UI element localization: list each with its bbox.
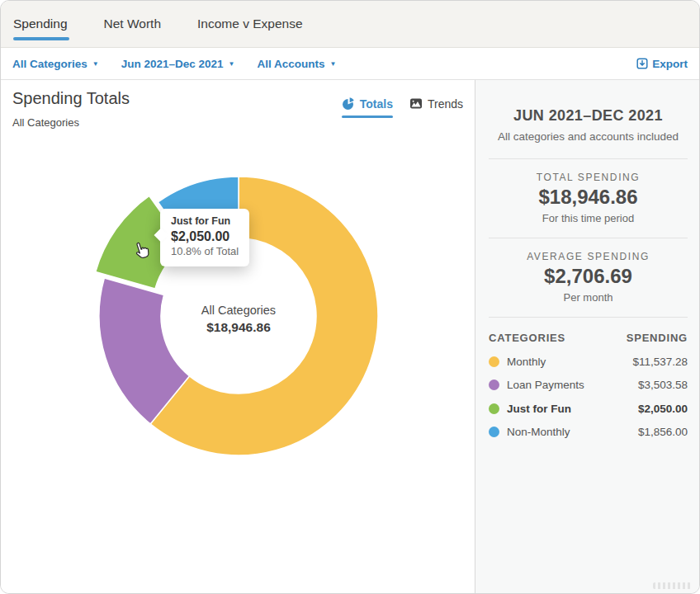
view-totals-label: Totals: [360, 97, 393, 111]
categories-table-header: CATEGORIES SPENDING: [489, 332, 688, 344]
average-spending-stat: AVERAGE SPENDING $2,706.69 Per month: [489, 238, 688, 317]
view-trends[interactable]: Trends: [409, 97, 463, 111]
tooltip-amount: $2,050.00: [171, 229, 239, 245]
page-title: Spending Totals: [12, 89, 130, 108]
category-row[interactable]: Monthly $11,537.28: [489, 350, 688, 374]
filter-bar: All Categories ▼ Jun 2021–Dec 2021 ▼ All…: [1, 48, 699, 80]
categories-table: Monthly $11,537.28 Loan Payments $3,503.…: [489, 350, 688, 444]
category-label: Non-Monthly: [507, 426, 570, 438]
slice-tooltip: Just for Fun $2,050.00 10.8% of Total: [160, 209, 249, 266]
tooltip-category: Just for Fun: [171, 215, 239, 229]
category-spending-value: $3,503.58: [638, 379, 688, 391]
sidebar-period-heading: JUN 2021–DEC 2021: [489, 107, 688, 125]
sidebar-divider: [489, 317, 688, 318]
category-label: Loan Payments: [507, 379, 584, 391]
average-spending-value: $2,706.69: [489, 265, 688, 288]
categories-column-header: CATEGORIES: [489, 332, 565, 344]
total-spending-stat: TOTAL SPENDING $18,946.86 For this time …: [489, 159, 688, 238]
chevron-down-icon: ▼: [229, 61, 235, 68]
total-spending-note: For this time period: [489, 212, 688, 224]
category-spending-value: $1,856.00: [638, 426, 688, 438]
spending-donut-chart[interactable]: [82, 159, 395, 473]
category-color-dot: [489, 380, 499, 390]
average-spending-label: AVERAGE SPENDING: [489, 251, 688, 262]
export-label: Export: [652, 58, 688, 70]
filters-group: All Categories ▼ Jun 2021–Dec 2021 ▼ All…: [12, 58, 336, 70]
category-color-dot: [489, 356, 499, 367]
categories-filter-label: All Categories: [12, 58, 88, 70]
tab-income-v-expense[interactable]: Income v Expense: [197, 16, 303, 31]
accounts-filter-dropdown[interactable]: All Accounts ▼: [257, 58, 336, 70]
category-row[interactable]: Loan Payments $3,503.58: [489, 374, 688, 398]
tab-spending[interactable]: Spending: [13, 16, 68, 31]
report-tabbar: Spending Net Worth Income v Expense: [1, 1, 699, 48]
spending-column-header: SPENDING: [627, 332, 688, 344]
chevron-down-icon: ▼: [92, 61, 99, 68]
category-spending-value: $2,050.00: [638, 403, 688, 415]
total-spending-label: TOTAL SPENDING: [489, 172, 688, 183]
category-label: Just for Fun: [507, 403, 571, 415]
category-row[interactable]: Non-Monthly $1,856.00: [489, 421, 688, 445]
category-spending-value: $11,537.28: [632, 356, 688, 368]
pie-chart-icon: [342, 97, 355, 111]
view-trends-label: Trends: [428, 97, 463, 111]
categories-filter-dropdown[interactable]: All Categories ▼: [12, 58, 99, 70]
export-button[interactable]: Export: [636, 58, 688, 70]
view-totals[interactable]: Totals: [342, 97, 393, 111]
category-label: Monthly: [507, 356, 546, 368]
chevron-down-icon: ▼: [329, 61, 336, 68]
summary-sidebar: JUN 2021–DEC 2021 All categories and acc…: [475, 80, 700, 594]
tooltip-percent: 10.8% of Total: [171, 245, 239, 259]
page-subtitle: All Categories: [12, 116, 79, 129]
average-spending-note: Per month: [489, 291, 688, 304]
spending-totals-panel: Spending Totals All Categories Totals: [1, 80, 475, 594]
export-download-icon: [636, 58, 648, 69]
trends-chart-icon: [409, 97, 423, 110]
sidebar-period-note: All categories and accounts included: [489, 130, 688, 143]
report-card: Spending Net Worth Income v Expense All …: [0, 0, 700, 594]
date-range-filter-dropdown[interactable]: Jun 2021–Dec 2021 ▼: [121, 58, 235, 70]
category-color-dot: [489, 403, 499, 414]
app-window: Spending Net Worth Income v Expense All …: [0, 0, 700, 594]
watermark: [653, 582, 691, 589]
accounts-filter-label: All Accounts: [257, 58, 324, 70]
view-toggle: Totals Trends: [342, 97, 463, 111]
tab-net-worth[interactable]: Net Worth: [104, 16, 162, 31]
category-row[interactable]: Just for Fun $2,050.00: [489, 397, 688, 421]
category-color-dot: [489, 427, 499, 437]
total-spending-value: $18,946.86: [489, 186, 688, 209]
date-range-filter-label: Jun 2021–Dec 2021: [121, 58, 224, 70]
